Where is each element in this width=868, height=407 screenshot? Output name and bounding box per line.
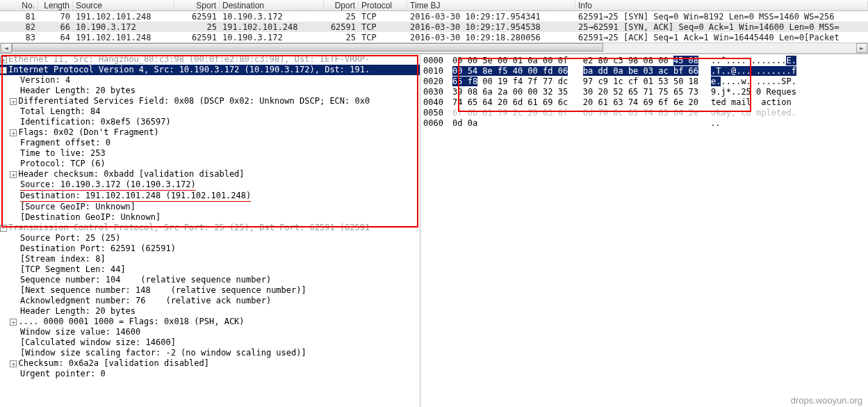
expand-icon[interactable]: + xyxy=(10,98,17,105)
hex-offset: 0010 xyxy=(423,66,452,77)
collapse-icon[interactable]: - xyxy=(0,225,7,232)
tree-ip-dst[interactable]: Destination: 191.102.101.248 (191.102.10… xyxy=(0,191,420,202)
expand-icon[interactable]: + xyxy=(10,171,17,178)
col-hdr-source[interactable]: Source xyxy=(73,1,174,10)
cell-dst: 10.190.3.172 xyxy=(220,12,324,22)
tree-ip-fragoff[interactable]: Fragment offset: 0 xyxy=(0,138,420,148)
tree-tcp-wscale[interactable]: [Window size scaling factor: -2 (no wind… xyxy=(0,348,420,358)
hex-row[interactable]: 003039 08 6a 2a 00 00 32 35 30 20 52 65 … xyxy=(423,87,865,97)
tree-tcp-cwin[interactable]: [Calculated window size: 14600] xyxy=(0,337,420,348)
expand-icon[interactable]: + xyxy=(10,319,17,326)
hex-ascii: .T..@... .......f xyxy=(698,66,796,77)
hex-ascii: 9.j*..25 0 Reques xyxy=(698,87,796,97)
hex-bytes: 65 f8 00 19 f4 7f 77 dc 97 c9 1c cf 01 5… xyxy=(452,77,698,87)
tree-ip-header[interactable]: -Internet Protocol Version 4, Src: 10.19… xyxy=(0,65,420,75)
hex-bytes: 39 08 6a 2a 00 00 32 35 30 20 52 65 71 7… xyxy=(452,87,698,97)
scroll-left-icon[interactable]: ◄ xyxy=(1,43,12,53)
hex-row[interactable]: 002065 f8 00 19 f4 7f 77 dc 97 c9 1c cf … xyxy=(423,77,865,87)
hex-bytes: 74 65 64 20 6d 61 69 6c 20 61 63 74 69 6… xyxy=(452,97,698,108)
col-hdr-time[interactable]: Time BJ xyxy=(407,1,575,10)
packet-list-hscroll[interactable]: ◄ ► xyxy=(0,42,868,54)
tree-ip-flags[interactable]: +Flags: 0x02 (Don't Fragment) xyxy=(0,127,420,138)
scroll-right-icon[interactable]: ► xyxy=(856,43,867,53)
col-hdr-protocol[interactable]: Protocol xyxy=(359,1,407,10)
tree-ip-dsf[interactable]: +Differentiated Services Field: 0x08 (DS… xyxy=(0,96,420,106)
cell-no: 82 xyxy=(0,22,38,32)
watermark: drops.wooyun.org xyxy=(791,395,862,406)
tree-tcp-sport[interactable]: Source Port: 25 (25) xyxy=(0,233,420,244)
tree-ip-cksum[interactable]: +Header checksum: 0xbadd [validation dis… xyxy=(0,169,420,179)
hex-bytes: 0d 0a xyxy=(452,118,477,129)
hex-row[interactable]: 00506f 6b 61 79 2c 20 63 6f 6d 70 6c 65 … xyxy=(423,108,865,118)
tree-ip-proto[interactable]: Protocol: TCP (6) xyxy=(0,159,420,169)
tree-ip-ttl[interactable]: Time to live: 253 xyxy=(0,148,420,159)
expand-icon[interactable]: + xyxy=(10,360,17,367)
tree-tcp-dport[interactable]: Destination Port: 62591 (62591) xyxy=(0,244,420,254)
tree-tcp-seq[interactable]: Sequence number: 104 (relative sequence … xyxy=(0,275,420,285)
cell-src: 191.102.101.248 xyxy=(73,12,174,22)
hex-ascii: ..^.... .......E. xyxy=(698,56,796,66)
tree-eth[interactable]: +Ethernet II, Src: Hangzhou_80:c3:98 (00… xyxy=(0,54,420,65)
hex-offset: 0050 xyxy=(423,108,452,118)
hex-offset: 0060 xyxy=(423,118,452,129)
expand-icon[interactable]: + xyxy=(10,129,17,136)
cell-proto: TCP xyxy=(359,12,407,22)
tree-tcp-hlen[interactable]: Header Length: 20 bytes xyxy=(0,306,420,317)
col-hdr-no[interactable]: No. xyxy=(0,1,38,10)
scroll-track[interactable] xyxy=(12,43,856,53)
hex-ascii: .. xyxy=(477,118,720,129)
hex-ascii: okay, co mpleted. xyxy=(698,108,796,118)
tree-tcp-stream[interactable]: [Stream index: 8] xyxy=(0,254,420,264)
packet-row[interactable]: 83 64 191.102.101.248 62591 10.190.3.172… xyxy=(0,32,868,42)
hex-bytes: 00 00 5e 00 01 0a 00 0f e2 80 c3 98 08 0… xyxy=(452,56,698,66)
tree-tcp-urg[interactable]: Urgent pointer: 0 xyxy=(0,369,420,379)
collapse-icon[interactable]: - xyxy=(0,67,7,74)
hex-row[interactable]: 00600d 0a.. xyxy=(423,118,865,129)
cell-sport: 25 xyxy=(174,22,220,32)
packet-details-pane: +Ethernet II, Src: Hangzhou_80:c3:98 (00… xyxy=(0,54,420,407)
tree-ip-id[interactable]: Identification: 0x8ef5 (36597) xyxy=(0,117,420,127)
col-hdr-destination[interactable]: Destination xyxy=(220,1,324,10)
tree-tcp-nseq[interactable]: [Next sequence number: 148 (relative seq… xyxy=(0,285,420,296)
scroll-thumb[interactable] xyxy=(12,43,603,51)
tree-ip-sgeo[interactable]: [Source GeoIP: Unknown] xyxy=(0,202,420,212)
packet-row[interactable]: 82 66 10.190.3.172 25 191.102.101.248 62… xyxy=(0,22,868,32)
cell-proto: TCP xyxy=(359,33,407,42)
tree-ip-src[interactable]: Source: 10.190.3.172 (10.190.3.172) xyxy=(0,179,420,191)
hex-offset: 0040 xyxy=(423,97,452,108)
hex-bytes: 6f 6b 61 79 2c 20 63 6f 6d 70 6c 65 74 6… xyxy=(452,108,698,118)
cell-no: 81 xyxy=(0,12,38,22)
col-hdr-dport[interactable]: Dport xyxy=(324,1,359,10)
cell-time: 2016-03-30 10:29:18.280056 xyxy=(407,33,575,42)
tree-tcp-flags[interactable]: +.... 0000 0001 1000 = Flags: 0x018 (PSH… xyxy=(0,317,420,327)
expand-icon[interactable]: + xyxy=(0,56,7,63)
hex-row[interactable]: 001000 54 8e f5 40 00 fd 06 ba dd 0a be … xyxy=(423,66,865,77)
packet-row[interactable]: 81 70 191.102.101.248 62591 10.190.3.172… xyxy=(0,11,868,22)
tree-tcp-seglen[interactable]: [TCP Segment Len: 44] xyxy=(0,264,420,275)
cell-len: 64 xyxy=(38,33,73,42)
tree-tcp-win[interactable]: Window size value: 14600 xyxy=(0,327,420,337)
cell-dport: 25 xyxy=(324,33,359,42)
packet-list-rows: 81 70 191.102.101.248 62591 10.190.3.172… xyxy=(0,11,868,42)
hex-bytes: 00 54 8e f5 40 00 fd 06 ba dd 0a be 03 a… xyxy=(452,66,698,77)
hex-ascii: e.....w. .....SP. xyxy=(698,77,796,87)
cell-src: 10.190.3.172 xyxy=(73,22,174,32)
tree-ip-dgeo[interactable]: [Destination GeoIP: Unknown] xyxy=(0,212,420,223)
hex-row[interactable]: 000000 00 5e 00 01 0a 00 0f e2 80 c3 98 … xyxy=(423,56,865,66)
cell-no: 83 xyxy=(0,33,38,42)
tree-tcp-cksum[interactable]: +Checksum: 0x6a2a [validation disabled] xyxy=(0,358,420,369)
col-hdr-info[interactable]: Info xyxy=(575,1,868,10)
tree-ip-hlen[interactable]: Header Length: 20 bytes xyxy=(0,86,420,96)
cell-proto: TCP xyxy=(359,22,407,32)
tree-ip-totlen[interactable]: Total Length: 84 xyxy=(0,106,420,117)
tree-tcp-header[interactable]: -Transmission Control Protocol, Src Port… xyxy=(0,223,420,233)
hex-row[interactable]: 004074 65 64 20 6d 61 69 6c 20 61 63 74 … xyxy=(423,97,865,108)
tree-tcp-ack[interactable]: Acknowledgment number: 76 (relative ack … xyxy=(0,296,420,306)
hex-offset: 0020 xyxy=(423,77,452,87)
hex-offset: 0030 xyxy=(423,87,452,97)
col-hdr-length[interactable]: Length xyxy=(38,1,73,10)
col-hdr-sport[interactable]: Sport xyxy=(174,1,220,10)
tree-ip-version[interactable]: Version: 4 xyxy=(0,75,420,86)
cell-sport: 62591 xyxy=(174,12,220,22)
cell-info: 25→62591 [SYN, ACK] Seq=0 Ack=1 Win=1460… xyxy=(575,22,868,32)
